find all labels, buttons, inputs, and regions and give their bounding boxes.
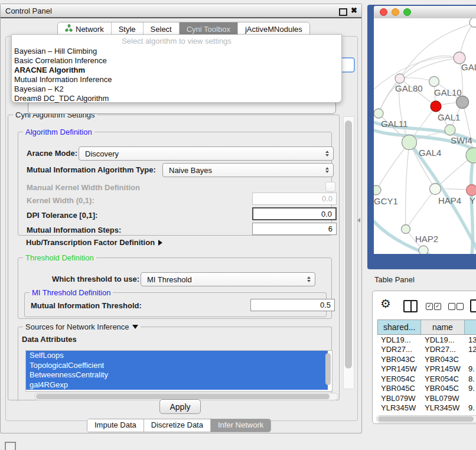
table-cell: YBL079W	[421, 394, 465, 403]
gear-icon[interactable]: ⚙	[380, 298, 391, 309]
network-node[interactable]	[470, 18, 476, 27]
network-node-gal80[interactable]	[395, 74, 405, 83]
network-edge[interactable]	[406, 142, 409, 229]
network-node-gal10[interactable]	[429, 77, 439, 87]
network-node-gcy1[interactable]	[374, 185, 381, 195]
mi-steps-field[interactable]: 6	[252, 223, 337, 235]
table-row[interactable]: YER054CYER054C8.	[377, 374, 476, 384]
network-node-hap2[interactable]	[402, 225, 410, 234]
network-edge[interactable]	[406, 189, 435, 229]
algorithm-option-basic-correlation-inference[interactable]: Basic Correlation Inference	[12, 56, 341, 66]
attribute-item-topologicalcoefficient[interactable]: TopologicalCoefficient	[26, 361, 328, 371]
float-window-icon[interactable]	[339, 8, 347, 16]
deselect-all-checkbox-icon[interactable]	[448, 303, 455, 310]
algorithm-option-bayesian-hill-climbing[interactable]: Bayesian – Hill Climbing	[12, 47, 341, 56]
close-icon[interactable]: ✖	[351, 6, 357, 15]
screen: Control Panel ✖ NetworkStyleSelectCyni T…	[0, 0, 476, 450]
column-header-extra[interactable]	[465, 320, 476, 334]
table-cell: 13	[465, 335, 476, 344]
data-attributes-list[interactable]: SelfLoopsTopologicalCoefficientBetweenne…	[25, 350, 332, 392]
manual-kernel-label: Manual Kernel Width Definition	[27, 183, 140, 192]
panel-divider-collapse-icon[interactable]	[357, 218, 360, 223]
network-node-y[interactable]	[467, 185, 476, 196]
sources-title[interactable]: Sources for Network Inference	[23, 322, 141, 331]
network-node-label: HAP2	[415, 234, 438, 244]
hub-definition-expander[interactable]: Hub/Transcription Factor Definition	[26, 238, 162, 247]
apply-button[interactable]: Apply	[159, 399, 201, 414]
table-row[interactable]: YDR27...YDR27...12	[377, 345, 476, 355]
minimized-panel-icon[interactable]	[5, 442, 16, 450]
which-threshold-select[interactable]: MI Threshold	[141, 272, 315, 286]
table-row[interactable]: YPR145WYPR145W9.	[377, 364, 476, 374]
mi-threshold-label: Mutual Information Threshold:	[31, 301, 142, 310]
network-node-gal4[interactable]	[402, 135, 417, 150]
kernel-width-value: 0.0	[322, 194, 332, 203]
split-columns-icon[interactable]	[403, 300, 418, 312]
select-all-checkbox-icon[interactable]: ✓	[434, 303, 441, 310]
table-cell: YLR345W	[421, 403, 465, 412]
horizontal-scrollbar-thumb[interactable]	[36, 394, 330, 399]
network-window-titlebar[interactable]	[374, 6, 476, 19]
zoom-traffic-light-icon[interactable]	[403, 8, 411, 16]
manual-kernel-checkbox[interactable]	[325, 182, 335, 192]
table-horizontal-scrollbar[interactable]	[376, 415, 476, 423]
algorithm-option-aracne-algorithm[interactable]: ARACNE Algorithm	[12, 66, 341, 75]
table-row[interactable]: YLR345WYLR345W9.	[377, 403, 476, 413]
mi-threshold-field[interactable]: 0.5	[250, 299, 335, 311]
attribute-item-gal4rgexp[interactable]: gal4RGexp	[26, 380, 328, 390]
column-header-shared[interactable]: shared...	[378, 320, 421, 334]
tab-impute-data[interactable]: Impute Data	[87, 419, 144, 432]
settings-scrollbar-thumb[interactable]	[345, 120, 352, 369]
column-header-name[interactable]: name	[421, 320, 464, 334]
collapse-down-icon	[132, 325, 138, 329]
cyni-algorithm-settings-group: Cyni Algorithm Settings Algorithm Defini…	[8, 115, 340, 400]
algorithm-option-mutual-information-inference[interactable]: Mutual Information Inference	[12, 75, 341, 84]
deselect-all-checkbox-icon[interactable]	[457, 303, 464, 310]
network-node-gal1[interactable]	[445, 125, 455, 135]
table-cell: YBR043C	[421, 355, 465, 364]
table-function-icon[interactable]	[470, 299, 476, 312]
algorithm-dropdown[interactable]: Select algorithm to view settings Bayesi…	[11, 34, 342, 103]
table-row[interactable]: YBR045CYBR045C9.	[377, 384, 476, 394]
algorithm-option-bayesian-k2[interactable]: Bayesian – K2	[12, 84, 341, 94]
control-panel-window: Control Panel ✖ NetworkStyleSelectCyni T…	[0, 4, 362, 433]
table-cell: 8.	[465, 374, 476, 383]
tab-infer-network[interactable]: Infer Network	[210, 419, 270, 432]
cyni-bottom-tabs: Impute DataDiscretize DataInfer Network	[87, 419, 271, 432]
attribute-item-selfloops[interactable]: SelfLoops	[26, 351, 328, 361]
attribute-item-betweennesscentrality[interactable]: BetweennessCentrality	[26, 370, 328, 380]
dpi-tolerance-field[interactable]: 0.0	[252, 207, 337, 220]
kernel-width-field[interactable]: 0.0	[252, 193, 337, 205]
table-row[interactable]: YDL19...YDL19...13	[377, 335, 476, 345]
network-edge[interactable]	[376, 142, 409, 190]
network-node-label: GCY1	[374, 196, 398, 206]
network-canvas[interactable]: GALGAL80GAL10GAL11GAL1GAL4SWI4GCY1HAP4YH…	[374, 18, 476, 254]
network-node[interactable]	[457, 96, 469, 109]
stepper-arrows-icon	[325, 167, 329, 173]
table-cell: YER054C	[421, 374, 465, 383]
table-row[interactable]: YBL079WYBL079W	[377, 393, 476, 403]
hub-definition-label: Hub/Transcription Factor Definition	[26, 238, 155, 247]
table-scrollbar-thumb[interactable]	[378, 416, 474, 422]
network-node-hap4[interactable]	[430, 184, 441, 195]
network-node-label: GAL	[461, 62, 476, 72]
network-node[interactable]	[419, 246, 428, 254]
list-scrollbar-thumb[interactable]	[325, 353, 331, 385]
close-traffic-light-icon[interactable]	[380, 8, 387, 16]
network-graph[interactable]: GALGAL80GAL10GAL11GAL1GAL4SWI4GCY1HAP4YH…	[374, 18, 476, 254]
algorithm-option-dream8-dc-tdc-algorithm[interactable]: Dream8 DC_TDC Algorithm	[12, 94, 341, 103]
table-cell: 12	[465, 345, 476, 354]
network-node-gal11[interactable]	[374, 109, 383, 118]
table-row[interactable]: YBR043CYBR043C	[377, 354, 476, 364]
network-node-label: HAP4	[438, 195, 461, 206]
table-cell: YBR045C	[377, 384, 421, 393]
mi-type-select[interactable]: Naive Bayes	[162, 163, 334, 177]
tab-discretize-data[interactable]: Discretize Data	[144, 419, 210, 432]
network-node[interactable]	[431, 101, 441, 112]
table-cell: 9.	[465, 364, 476, 373]
select-all-checkbox-icon[interactable]: ✓	[426, 303, 433, 310]
table-cell: YBR043C	[377, 355, 421, 364]
settings-scrollbar[interactable]	[343, 116, 354, 389]
minimize-traffic-light-icon[interactable]	[392, 8, 399, 16]
aracne-mode-select[interactable]: Discovery	[79, 146, 334, 161]
